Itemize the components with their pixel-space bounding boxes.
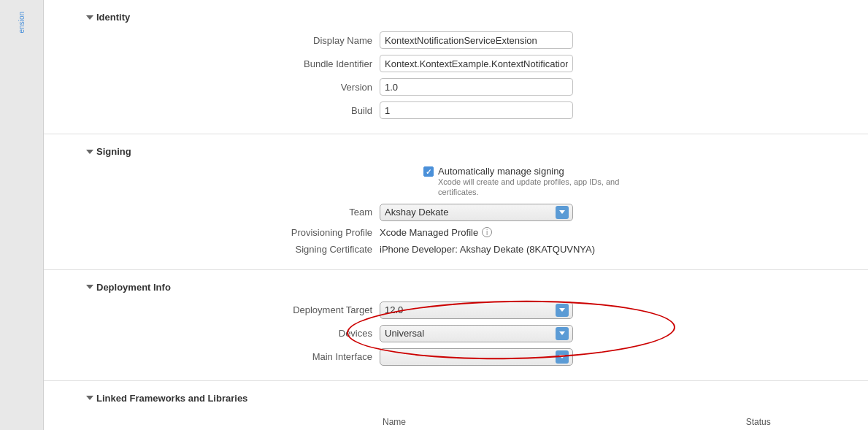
build-row: Build xyxy=(88,99,868,122)
main-content: Identity Display Name Bundle Identifier … xyxy=(44,0,868,430)
main-interface-label: Main Interface xyxy=(88,351,380,362)
identity-section: Identity Display Name Bundle Identifier … xyxy=(44,0,868,134)
auto-signing-row: Automatically manage signing Xcode will … xyxy=(88,163,868,201)
deployment-title: Deployment Info xyxy=(96,282,171,293)
deployment-target-row: Deployment Target 12.0 xyxy=(88,299,868,322)
deployment-target-label: Deployment Target xyxy=(88,304,380,315)
linked-header: Linked Frameworks and Libraries xyxy=(44,390,868,410)
signing-cert-row: Signing Certificate iPhone Developer: Ak… xyxy=(88,241,868,258)
deployment-triangle-icon[interactable] xyxy=(86,285,93,289)
display-name-input[interactable] xyxy=(380,31,573,49)
linked-title: Linked Frameworks and Libraries xyxy=(96,393,247,404)
sidebar-item-label: ension xyxy=(18,12,26,33)
table-name-header: Name xyxy=(380,415,743,429)
devices-label: Devices xyxy=(88,328,380,339)
deployment-target-select[interactable]: 12.0 xyxy=(380,302,573,319)
build-label: Build xyxy=(88,105,380,116)
devices-row: Devices Universal xyxy=(88,322,868,345)
team-select[interactable]: Akshay Dekate xyxy=(380,204,573,221)
bundle-identifier-input[interactable] xyxy=(380,55,573,72)
table-status-header: Status xyxy=(743,415,868,429)
deployment-section: Deployment Info Deployment Target 12.0 D… xyxy=(44,270,868,381)
deployment-header: Deployment Info xyxy=(44,279,868,299)
signing-title: Signing xyxy=(96,146,131,157)
sidebar: ension xyxy=(0,0,44,430)
provisioning-value: Xcode Managed Profile xyxy=(380,227,478,238)
linked-section: Linked Frameworks and Libraries Name Sta… xyxy=(44,381,868,430)
auto-signing-wrapper: Automatically manage signing Xcode will … xyxy=(423,166,642,198)
devices-select-wrapper: Universal xyxy=(380,325,573,342)
bundle-identifier-row: Bundle Identifier xyxy=(88,52,868,75)
version-input[interactable] xyxy=(380,78,573,96)
signing-triangle-icon[interactable] xyxy=(86,150,93,154)
signing-section: Signing Automatically manage signing Xco… xyxy=(44,134,868,270)
version-label: Version xyxy=(88,82,380,93)
auto-signing-text-group: Automatically manage signing Xcode will … xyxy=(438,166,642,198)
auto-signing-label: Automatically manage signing xyxy=(438,166,642,177)
auto-signing-sublabel: Xcode will create and update profiles, a… xyxy=(438,177,642,198)
team-row: Team Akshay Dekate xyxy=(88,201,868,224)
bundle-identifier-label: Bundle Identifier xyxy=(88,58,380,69)
auto-signing-checkbox[interactable] xyxy=(423,166,434,177)
provisioning-label: Provisioning Profile xyxy=(88,227,380,238)
linked-triangle-icon[interactable] xyxy=(86,396,93,400)
team-label: Team xyxy=(88,207,380,218)
identity-title: Identity xyxy=(96,12,130,23)
signing-cert-value: iPhone Developer: Akshay Dekate (8KATQUV… xyxy=(380,244,595,255)
deployment-target-select-wrapper: 12.0 xyxy=(380,302,573,319)
main-interface-row: Main Interface xyxy=(88,345,868,369)
main-interface-select-wrapper xyxy=(380,348,573,366)
build-input[interactable] xyxy=(380,101,573,119)
devices-select[interactable]: Universal xyxy=(380,325,573,342)
identity-header: Identity xyxy=(44,9,868,28)
display-name-row: Display Name xyxy=(88,28,868,52)
main-interface-select[interactable] xyxy=(380,348,573,366)
provisioning-info-icon[interactable]: i xyxy=(482,227,492,237)
display-name-label: Display Name xyxy=(88,35,380,46)
identity-triangle-icon[interactable] xyxy=(86,15,93,20)
team-select-wrapper: Akshay Dekate xyxy=(380,204,573,221)
table-header: Name Status xyxy=(380,415,868,430)
signing-header: Signing xyxy=(44,143,868,163)
signing-cert-label: Signing Certificate xyxy=(88,244,380,255)
provisioning-row: Provisioning Profile Xcode Managed Profi… xyxy=(88,224,868,241)
version-row: Version xyxy=(88,75,868,99)
